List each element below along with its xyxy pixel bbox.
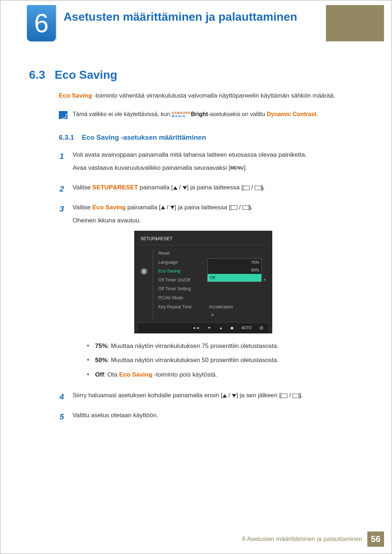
osd-nav-up-icon: ▲ — [219, 325, 222, 331]
osd-label: Language — [158, 259, 202, 266]
option-bullets: 75%: Muuttaa näytön virrankulutuksen 75 … — [87, 341, 363, 379]
osd-screenshot: SETUP&RESET Reset Language:English Eco S… — [134, 231, 363, 333]
magic-text: MAGIC — [172, 114, 186, 118]
step2-setupreset: SETUP&RESET — [93, 184, 138, 191]
note-text: Tämä valikko ei ole käytettävissä, kun S… — [73, 110, 318, 118]
osd-value: Acceleration — [206, 304, 267, 311]
intro-highlight: Eco Saving — [59, 92, 92, 99]
bullet-label: 50% — [95, 357, 107, 364]
osd-item-pcav: PC/AV Mode — [158, 294, 267, 303]
osd-scroll-down-icon: ▼ — [158, 311, 267, 320]
subsection-number: 6.3.1 — [59, 134, 74, 141]
up-arrow-icon — [173, 186, 177, 190]
step-2: 2 Valitse SETUP&RESET painamalla [ / ] j… — [60, 183, 363, 196]
step-body: Voit avata avainoppaan painamalla mitä t… — [73, 150, 363, 177]
osd-label: Off Timer On/Off — [158, 277, 202, 284]
osd-nav-enter-icon: ◼ — [230, 325, 233, 331]
note-icon — [59, 111, 68, 119]
osd-item-keyrepeat: Key Repeat Time:Acceleration — [158, 303, 267, 312]
note-bright: Bright — [191, 111, 208, 117]
osd-label: PC/AV Mode — [158, 295, 202, 301]
bullet-mid: : Ota — [104, 371, 119, 378]
osd-footer: ◄◄ ▼ ▲ ◼ AUTO ⏻ — [138, 323, 268, 333]
step-number: 3 — [60, 203, 66, 384]
note-text-pre: Tämä valikko ei ole käytettävissä, kun — [73, 111, 172, 117]
step-number: 2 — [60, 183, 66, 196]
section-number: 6.3 — [29, 68, 45, 82]
step-5: 5 Valittu asetus otetaan käyttöön. — [60, 411, 363, 424]
step-4: 4 Siirry haluamasi asetuksen kohdalle pa… — [60, 391, 363, 404]
step-number: 1 — [60, 150, 66, 177]
step2-post: ] ja paina laitteessa [ — [187, 184, 243, 191]
osd-separator — [153, 249, 153, 320]
subsection-heading: 6.3.1 Eco Saving -asetuksen määrittämine… — [59, 134, 363, 141]
osd-right-caret-icon: ▸ — [264, 276, 266, 283]
page-footer: 6 Asetusten määrittäminen ja palauttamin… — [242, 532, 384, 547]
rect-icon — [243, 186, 250, 190]
header-color-band — [326, 5, 384, 41]
gear-icon — [140, 267, 148, 276]
osd-item-offtimer-setting: Off Timer Setting — [158, 284, 267, 294]
note-post1: -asetukseksi on valittu — [208, 111, 267, 117]
step-body: Valitse Eco Saving painamalla [ / ] ja p… — [73, 203, 363, 384]
bullet-text: -toiminto pois käytöstä. — [152, 371, 217, 378]
osd-panel: SETUP&RESET Reset Language:English Eco S… — [134, 231, 272, 333]
footer-text: 6 Asetusten määrittäminen ja palauttamin… — [242, 535, 367, 543]
step2-pre: Valitse — [73, 184, 93, 191]
step3-pre: Valitse — [73, 204, 93, 211]
step3-mid: painamalla [ — [126, 204, 160, 211]
step3-post: ] ja paina laitteessa [ — [175, 204, 231, 211]
osd-option-50: 50% — [208, 266, 261, 274]
chapter-title: Asetusten määrittäminen ja palauttaminen — [64, 10, 297, 24]
osd-body: Reset Language:English Eco Saving: Off T… — [138, 245, 268, 323]
note-dynamic-contrast: Dynamic Contrast — [267, 111, 317, 117]
step1-line2: Avaa vastaava kuvaruutuvalikko painamall… — [73, 163, 363, 173]
note-post2: . — [317, 111, 318, 117]
bullet-50: 50%: Muuttaa näytön virrankulutuksen 50 … — [87, 356, 363, 365]
down-arrow-icon — [232, 394, 236, 398]
bullet-ecosaving: Eco Saving — [119, 371, 152, 378]
step-body: Valitse SETUP&RESET painamalla [ / ] ja … — [73, 183, 363, 196]
step-body: Valittu asetus otetaan käyttöön. — [73, 411, 363, 424]
chapter-number: 6 — [34, 8, 49, 38]
rect-icon — [231, 205, 237, 210]
osd-nav-back-icon: ◄◄ — [192, 325, 200, 331]
bullet-label: 75% — [95, 342, 107, 349]
step1-post: ]. — [244, 164, 247, 171]
bullet-label: Off — [95, 371, 104, 378]
chapter-tab: 6 — [27, 5, 56, 41]
bullet-text: : Muuttaa näytön virrankulutuksen 50 pro… — [107, 357, 279, 364]
osd-power-icon: ⏻ — [260, 325, 263, 331]
osd-auto-label: AUTO — [241, 325, 252, 331]
rect-icon — [281, 394, 287, 398]
note-row: Tämä valikko ei ole käytettävissä, kun S… — [59, 110, 363, 119]
samsung-magic-logo: SAMSUNG MAGIC — [172, 111, 191, 118]
subsection-title: Eco Saving -asetuksen määrittäminen — [82, 134, 206, 141]
step2-mid: painamalla [ — [138, 184, 173, 191]
step4-mid: ] ja sen jälkeen [ — [236, 392, 281, 399]
step-1: 1 Voit avata avainoppaan painamalla mitä… — [60, 150, 363, 177]
step1-pre: Avaa vastaava kuvaruutuvalikko painamall… — [73, 164, 230, 171]
bullet-text: : Muuttaa näytön virrankulutuksen 75 pro… — [107, 342, 279, 349]
enter-icon — [293, 394, 299, 398]
steps-list: 1 Voit avata avainoppaan painamalla mitä… — [60, 150, 363, 424]
up-arrow-icon — [161, 206, 165, 209]
step1-line1: Voit avata avainoppaan painamalla mitä t… — [73, 150, 363, 160]
enter-icon — [242, 205, 249, 210]
osd-nav-down-icon: ▼ — [208, 325, 211, 331]
intro-paragraph: Eco Saving -toiminto vähentää virrankulu… — [59, 91, 363, 100]
bullet-75: 75%: Muuttaa näytön virrankulutuksen 75 … — [87, 341, 363, 351]
osd-label: Key Repeat Time — [158, 304, 202, 311]
enter-icon — [255, 186, 261, 190]
step3-ecosaving: Eco Saving — [93, 204, 126, 211]
osd-label: Eco Saving — [158, 268, 202, 275]
down-arrow-icon — [170, 206, 175, 209]
step-3: 3 Valitse Eco Saving painamalla [ / ] ja… — [60, 203, 363, 384]
osd-label: Off Timer Setting — [158, 286, 202, 292]
step5-text: Valittu asetus otetaan käyttöön. — [73, 411, 363, 420]
up-arrow-icon — [222, 394, 227, 398]
bullet-off: Off: Ota Eco Saving -toiminto pois käytö… — [87, 370, 363, 379]
step4-pre: Siirry haluamasi asetuksen kohdalle pain… — [73, 392, 222, 399]
osd-dropdown: 75% 50% Off — [207, 258, 262, 282]
section-heading: 6.3 Eco Saving — [29, 68, 117, 82]
